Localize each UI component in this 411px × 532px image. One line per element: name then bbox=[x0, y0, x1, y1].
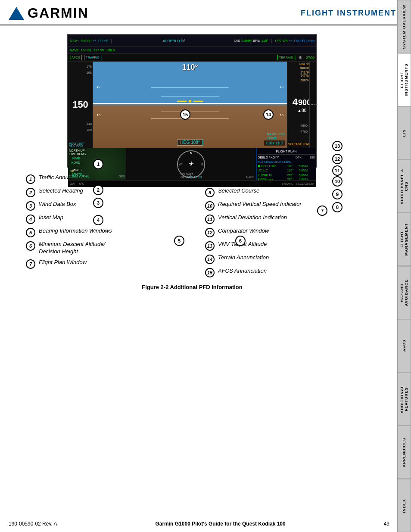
legend-right: 8 Annunciation Window 9 Selected Course … bbox=[205, 174, 376, 277]
callout-num-14: 14 bbox=[205, 255, 215, 264]
vsi-bar: 2112 bbox=[309, 62, 316, 148]
fp-wp2-dist: 5.0NM bbox=[295, 168, 308, 173]
svg-point-2 bbox=[189, 100, 191, 103]
sidebar-tab-audio-panel[interactable]: AUDIO PANEL & CNS bbox=[397, 160, 411, 213]
fp-wp3-dist: 5.0NM bbox=[295, 173, 308, 178]
fp-wp2-name: UCJUC bbox=[258, 168, 281, 173]
legend-section: 1 Traffic Annunciation 2 Selected Headin… bbox=[26, 174, 376, 277]
fp-row-1: ⬟ OEBLO iof 110° 5.8NM bbox=[258, 164, 315, 169]
page-header: GARMIN FLIGHT INSTRUMENTS bbox=[0, 0, 411, 25]
legend-item-9: 9 Selected Course bbox=[205, 187, 376, 197]
callout-badge-14: 14 bbox=[263, 109, 274, 120]
heading-display: 110° bbox=[182, 63, 198, 72]
legend-item-10: 10 Required Vertical Speed Indicator bbox=[205, 201, 376, 211]
legend-label-3: Wind Data Box bbox=[39, 201, 76, 208]
callout-badge-15: 15 bbox=[180, 109, 190, 120]
pitch-num-up: 10 bbox=[97, 85, 100, 89]
callout-num-2: 2 bbox=[26, 188, 35, 197]
sidebar-tab-hazard[interactable]: HAZARD AVOIDANCE bbox=[397, 266, 411, 320]
sidebar-tab-appendices[interactable]: APPENDICES bbox=[397, 426, 411, 479]
terrain-annun: TERRAIN bbox=[277, 55, 295, 60]
page-number: 49 bbox=[384, 521, 389, 527]
legend-item-15: 15 AFCS Annunciation bbox=[205, 268, 376, 277]
callout-num-4: 4 bbox=[26, 215, 35, 224]
voltage-warning: VOLTAGE LOW bbox=[288, 143, 310, 146]
nav1-active-freq: NAV1 bbox=[70, 39, 79, 43]
vpdr-data: 6750 NLT 8 LCL 03:32:4 bbox=[282, 182, 314, 185]
legend-item-2: 2 Selected Heading bbox=[26, 187, 196, 197]
legend-item-3: 3 Wind Data Box bbox=[26, 201, 196, 211]
airplane-wings bbox=[177, 97, 203, 105]
footer-title: Garmin G1000 Pilot's Guide for the Quest… bbox=[155, 521, 285, 527]
hsi-compass: N S E W GPS TERN NO DATAGPS bbox=[126, 148, 256, 180]
alt-lower-ticks: 48004700 bbox=[288, 123, 308, 135]
fp-wp4-dist: 4.9NM bbox=[295, 177, 308, 180]
nav2-standby: 117.95 bbox=[93, 48, 104, 52]
fp-title-label: FLIGHT PLAN bbox=[258, 149, 315, 155]
sidebar-tab-eis[interactable]: EIS bbox=[397, 106, 411, 160]
compass-w: W bbox=[179, 163, 182, 166]
sidebar-tab-additional[interactable]: ADDITIONAL FEATURES bbox=[397, 373, 411, 426]
oat-deg: 0°C bbox=[79, 182, 84, 185]
callout-badge-6: 6 bbox=[235, 236, 246, 246]
svg-marker-3 bbox=[190, 161, 192, 166]
legend-left: 1 Traffic Annunciation 2 Selected Headin… bbox=[26, 174, 196, 277]
callout-badge-4: 4 bbox=[93, 215, 103, 225]
map-altitude: 1500FT bbox=[72, 168, 82, 171]
pitch-line-dn2 bbox=[161, 112, 219, 112]
callout-num-11: 11 bbox=[205, 215, 215, 224]
fp-wp2-hdg: 115° bbox=[283, 168, 293, 173]
pfd-instrument: NAV1 108.00 ⇔ 117.95 | ⊕ OEBLO iof DIS 5… bbox=[67, 34, 317, 168]
sidebar-tab-system-overview[interactable]: SYSTEM OVERVIEW bbox=[397, 0, 411, 53]
callout-num-15: 15 bbox=[205, 268, 215, 277]
doc-number: 190-00590-02 Rev. A bbox=[9, 521, 57, 527]
legend-item-11: 11 Vertical Deviation Indication bbox=[205, 214, 376, 224]
callout-num-9: 9 bbox=[205, 188, 215, 197]
legend-label-7: Flight Plan Window bbox=[39, 259, 87, 266]
airspeed-value: 150 bbox=[72, 99, 88, 110]
oat-label: OAT bbox=[70, 182, 76, 185]
sep2: | bbox=[271, 39, 272, 43]
alt-sub: ▲80 bbox=[297, 108, 306, 113]
legend-item-4: 4 Inset Map bbox=[26, 214, 196, 224]
as-upper-ticks: 178168 bbox=[69, 64, 92, 75]
map-gps: GPS bbox=[118, 175, 125, 178]
sidebar-tab-index[interactable]: INDEX bbox=[397, 479, 411, 532]
legend-label-14: Terrain Annunciation bbox=[218, 254, 269, 261]
pfd-main-display: 178168 150 140120 HDG 188° TAS 150kt bbox=[68, 62, 316, 148]
legend-item-5: 5 Bearing Information Windows bbox=[26, 227, 196, 237]
callout-badge-10: 10 bbox=[332, 176, 342, 187]
sidebar-tab-flight-mgmt[interactable]: FLIGHT MANAGEMENT bbox=[397, 213, 411, 266]
sidebar-tab-afcs[interactable]: AFCS bbox=[397, 319, 411, 373]
fp-wp4-hdg: 285° bbox=[283, 177, 293, 180]
fp-wp3-name: YUPHU faf bbox=[258, 173, 281, 178]
legend-label-9: Selected Course bbox=[218, 187, 259, 195]
fp-wp1-dist: 5.8NM bbox=[295, 164, 308, 169]
sidebar-tab-flight-instruments[interactable]: FLIGHT INSTRUMENTS bbox=[397, 53, 411, 107]
map-label-time: TIME REMS bbox=[69, 152, 86, 156]
callout-num-12: 12 bbox=[205, 228, 215, 237]
vsi-ticks: 2112 bbox=[308, 104, 318, 105]
pitch-num-dn-r: 10 bbox=[280, 113, 283, 117]
callout-badge-2: 2 bbox=[93, 185, 103, 195]
callout-badge-3: 3 bbox=[93, 198, 103, 208]
callout-badge-8: 8 bbox=[332, 202, 342, 212]
pitch-num-up-r: 10 bbox=[280, 85, 283, 89]
legend-item-12: 12 Comparator Window bbox=[205, 227, 376, 237]
fp-dtk-label: DTK bbox=[296, 156, 302, 160]
callout-badge-5: 5 bbox=[174, 236, 184, 246]
nav1-standby-value: 117.95 bbox=[97, 39, 109, 43]
brg-value: 118° bbox=[261, 39, 268, 43]
hsi-area: NORTH UP TIME REMS KPAK KORD SR 1500FT M… bbox=[68, 148, 316, 180]
page-title: FLIGHT INSTRUMENTS bbox=[301, 9, 402, 18]
com1-arrow: ⇔ bbox=[289, 39, 292, 43]
com1-standby: 118.000 com bbox=[293, 39, 314, 43]
callout-num-7: 7 bbox=[26, 259, 35, 269]
airspeed-tape: 178168 150 140120 HDG 188° TAS 150kt bbox=[68, 62, 93, 148]
callout-num-1: 1 bbox=[26, 174, 35, 184]
legend-item-13: 13 VNV Target Altitude bbox=[205, 241, 376, 251]
vnv-alt: 2700 bbox=[306, 56, 314, 60]
pitch-line-up2 bbox=[161, 96, 219, 96]
compass-e: E bbox=[201, 163, 203, 166]
callout-badge-9: 9 bbox=[332, 189, 342, 199]
